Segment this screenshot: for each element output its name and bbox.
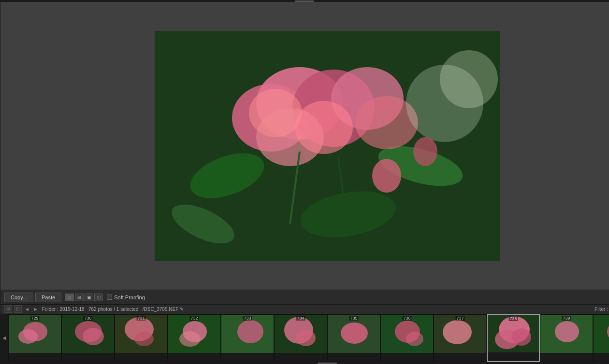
film-thumb-732-num: 732 — [189, 316, 199, 321]
film-thumb-736[interactable]: 736 — [380, 314, 434, 362]
filmstrip-nav: ⊞ ⊡ ◄ ► — [4, 305, 39, 313]
film-thumb-729-bottom — [9, 353, 61, 362]
svg-point-42 — [443, 320, 472, 344]
svg-point-46 — [512, 328, 531, 346]
svg-point-24 — [83, 328, 104, 345]
film-thumb-732-bottom — [168, 353, 220, 362]
film-733-img — [221, 315, 274, 353]
svg-point-18 — [413, 137, 437, 166]
film-thumb-734-bottom — [275, 353, 327, 362]
main-photo — [155, 31, 500, 261]
film-thumb-733-num: 733 — [243, 316, 252, 321]
film-thumb-734-num: 734 — [296, 316, 305, 321]
filmstrip-next-btn[interactable]: ► — [32, 307, 39, 312]
soft-proofing-checkbox[interactable] — [107, 294, 112, 300]
film-thumb-731[interactable]: 731 — [115, 314, 168, 362]
film-thumb-730-bottom — [62, 353, 114, 362]
svg-point-17 — [372, 159, 401, 193]
svg-point-10 — [295, 101, 353, 154]
view-survey-icon[interactable]: ◫ — [94, 294, 103, 301]
film-thumb-733[interactable]: 733 — [221, 314, 274, 362]
soft-proofing-area: Soft Proofing — [107, 294, 145, 300]
filmstrip-count-label: 762 photos / 1 selected — [88, 307, 138, 312]
film-740-img — [594, 315, 609, 353]
filmstrip-header: ⊞ ⊡ ◄ ► Folder : 2019-12-18 762 photos /… — [0, 305, 609, 314]
bottom-toolbar: Copy... Paste □ ⊞ ▣ ◫ Soft Proofing ▼ — [0, 290, 609, 304]
svg-point-37 — [341, 322, 368, 344]
filmstrip-images: ◄ 729 730 — [0, 314, 609, 362]
bottom-handle — [0, 362, 609, 364]
film-735-img — [328, 315, 380, 353]
filmstrip-file-label: /DSC_3709.NEF ✎ — [143, 307, 184, 312]
filmstrip-icon-1[interactable]: ⊞ — [4, 305, 12, 313]
film-thumb-739-bottom — [540, 353, 593, 362]
film-731-img — [115, 315, 168, 353]
bottom-handle-bar — [318, 363, 337, 364]
film-thumb-736-num: 736 — [402, 316, 411, 321]
svg-point-21 — [18, 329, 38, 344]
svg-point-14 — [440, 50, 498, 108]
filmstrip-folder-label: Folder : 2019-12-18 — [42, 307, 85, 312]
svg-point-30 — [179, 331, 201, 347]
film-thumb-740-bottom — [594, 353, 609, 362]
film-thumb-740[interactable]: 740 — [593, 314, 609, 362]
film-thumb-731-bottom — [115, 353, 167, 362]
view-compare-icon[interactable]: ▣ — [85, 294, 93, 301]
film-739-img — [540, 315, 593, 353]
filmstrip: ⊞ ⊡ ◄ ► Folder : 2019-12-18 762 photos /… — [0, 304, 609, 362]
film-thumb-734[interactable]: 734 — [274, 314, 327, 362]
soft-proofing-label: Soft Proofing — [114, 294, 145, 300]
film-thumb-738-bottom — [488, 352, 539, 361]
filmstrip-scroll: 729 730 — [8, 314, 609, 362]
svg-point-48 — [555, 321, 579, 342]
film-thumb-737-bottom — [434, 353, 486, 362]
photo-container — [155, 31, 500, 261]
filmstrip-icon-2[interactable]: ⊡ — [14, 305, 22, 313]
film-thumb-738[interactable]: 738 — [487, 314, 540, 362]
film-737-img — [434, 315, 487, 353]
film-thumb-735-num: 735 — [349, 316, 358, 321]
film-thumb-737-num: 737 — [455, 316, 464, 321]
film-736-img — [381, 315, 434, 353]
film-thumb-738-num: 738 — [508, 316, 518, 321]
view-grid-icon[interactable]: ⊞ — [75, 294, 84, 301]
view-single-icon[interactable]: □ — [65, 294, 74, 301]
filter-label: Filter : — [594, 307, 608, 312]
film-thumb-739-num: 739 — [562, 316, 571, 321]
film-thumb-730[interactable]: 730 — [61, 314, 115, 362]
film-thumb-736-bottom — [381, 353, 433, 362]
film-thumb-733-bottom — [221, 353, 274, 362]
film-734-img — [275, 315, 327, 353]
film-thumb-730-num: 730 — [83, 316, 92, 321]
film-thumb-739[interactable]: 739 — [540, 314, 593, 362]
svg-point-35 — [296, 330, 316, 346]
center-area: Copy... Paste □ ⊞ ▣ ◫ Soft Proofing ▼ ⊞ … — [0, 2, 609, 364]
film-738-img — [488, 315, 540, 354]
svg-point-40 — [406, 332, 423, 346]
filmstrip-filter: Filter : Filters Off ⊞ ☰ — [594, 305, 609, 313]
film-thumb-732[interactable]: 732 — [168, 314, 221, 362]
photo-area — [0, 2, 609, 290]
filmstrip-prev-btn[interactable]: ◄ — [24, 307, 30, 312]
film-thumb-729-num: 729 — [30, 316, 39, 321]
paste-button[interactable]: Paste — [35, 293, 61, 302]
copy-button[interactable]: Copy... — [4, 293, 33, 302]
film-732-img — [168, 315, 221, 353]
filmstrip-arrow-left[interactable]: ◄ — [0, 314, 8, 362]
film-thumb-729[interactable]: 729 — [8, 314, 61, 362]
svg-point-32 — [237, 320, 263, 343]
svg-point-27 — [134, 332, 154, 346]
film-thumb-735-bottom — [328, 353, 380, 362]
view-icons: □ ⊞ ▣ ◫ — [65, 294, 103, 301]
svg-point-11 — [249, 89, 302, 137]
film-thumb-735[interactable]: 735 — [327, 314, 380, 362]
svg-rect-49 — [594, 315, 609, 353]
filmstrip-path: Folder : 2019-12-18 762 photos / 1 selec… — [42, 307, 592, 312]
main-layout: Navigator FIT FILL 1:1 1:8 Presets + — [0, 2, 609, 364]
film-thumb-731-num: 731 — [136, 316, 145, 321]
film-thumb-737[interactable]: 737 — [434, 314, 487, 362]
film-730-img — [62, 315, 115, 353]
film-729-img — [9, 315, 61, 353]
